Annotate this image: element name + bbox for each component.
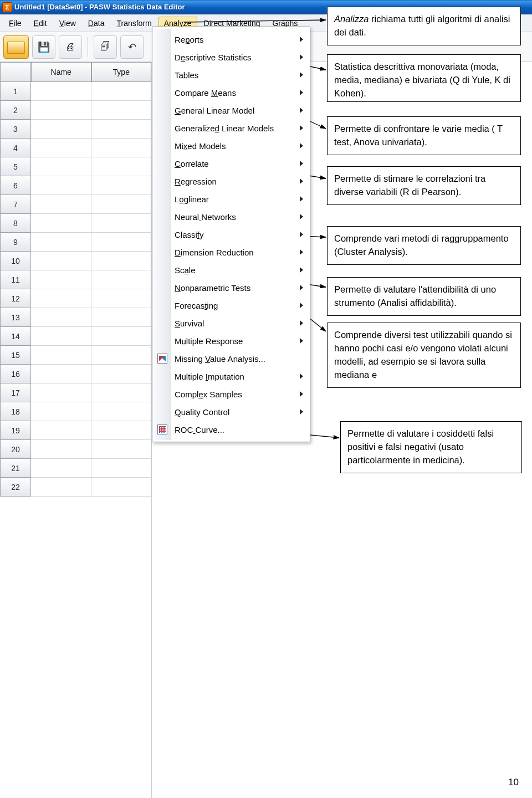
row-number[interactable]: 11 bbox=[0, 270, 31, 289]
data-cell[interactable] bbox=[31, 327, 91, 346]
menu-item-neural-networks[interactable]: Neural Networks bbox=[154, 208, 309, 226]
print-button[interactable]: 🖨 bbox=[59, 35, 82, 59]
row-number[interactable]: 22 bbox=[0, 478, 31, 497]
menu-item-reports[interactable]: Reports bbox=[154, 30, 309, 48]
menu-item-scale[interactable]: Scale bbox=[154, 261, 309, 279]
data-cell[interactable] bbox=[91, 252, 152, 270]
save-button[interactable]: 💾 bbox=[32, 35, 55, 59]
row-number[interactable]: 7 bbox=[0, 195, 31, 214]
row-number[interactable]: 5 bbox=[0, 157, 31, 176]
data-cell[interactable] bbox=[91, 402, 152, 421]
data-cell[interactable] bbox=[31, 233, 91, 252]
data-cell[interactable] bbox=[91, 308, 152, 327]
data-cell[interactable] bbox=[31, 346, 91, 365]
menu-item-forecasting[interactable]: Forecasting bbox=[154, 296, 309, 314]
menu-item-complex-samples[interactable]: Complex Samples bbox=[154, 385, 309, 403]
data-cell[interactable] bbox=[31, 289, 91, 308]
data-cell[interactable] bbox=[31, 157, 91, 176]
data-cell[interactable] bbox=[91, 365, 152, 383]
data-cell[interactable] bbox=[91, 176, 152, 195]
data-cell[interactable] bbox=[91, 214, 152, 233]
menu-file[interactable]: File bbox=[3, 17, 27, 30]
menu-item-multiple-imputation[interactable]: Multiple Imputation bbox=[154, 367, 309, 385]
menu-item-loglinear[interactable]: Loglinear bbox=[154, 190, 309, 208]
data-cell[interactable] bbox=[31, 176, 91, 195]
data-cell[interactable] bbox=[31, 252, 91, 270]
undo-button[interactable]: ↶ bbox=[120, 35, 144, 59]
data-cell[interactable] bbox=[91, 346, 152, 365]
data-cell[interactable] bbox=[31, 478, 91, 497]
row-number[interactable]: 20 bbox=[0, 440, 31, 459]
data-cell[interactable] bbox=[91, 421, 152, 440]
row-number[interactable]: 18 bbox=[0, 402, 31, 421]
data-cell[interactable] bbox=[91, 82, 152, 101]
menu-item-regression[interactable]: Regression bbox=[154, 172, 309, 190]
row-number[interactable]: 12 bbox=[0, 289, 31, 308]
row-number[interactable]: 6 bbox=[0, 176, 31, 195]
column-header-type[interactable]: Type bbox=[91, 62, 152, 82]
data-cell[interactable] bbox=[31, 440, 91, 459]
row-number[interactable]: 16 bbox=[0, 365, 31, 383]
menu-item-quality-control[interactable]: Quality Control bbox=[154, 403, 309, 421]
menu-item-general-linear-model[interactable]: General Linear Model bbox=[154, 101, 309, 119]
data-cell[interactable] bbox=[31, 421, 91, 440]
data-cell[interactable] bbox=[31, 383, 91, 402]
row-header-blank[interactable] bbox=[0, 62, 31, 82]
menu-view[interactable]: View bbox=[54, 17, 81, 30]
column-header-name[interactable]: Name bbox=[31, 62, 91, 82]
data-cell[interactable] bbox=[91, 270, 152, 289]
data-cell[interactable] bbox=[91, 157, 152, 176]
row-number[interactable]: 1 bbox=[0, 82, 31, 101]
data-cell[interactable] bbox=[31, 308, 91, 327]
open-file-button[interactable] bbox=[3, 35, 29, 59]
data-cell[interactable] bbox=[91, 195, 152, 214]
row-number[interactable]: 3 bbox=[0, 120, 31, 139]
data-cell[interactable] bbox=[31, 82, 91, 101]
data-cell[interactable] bbox=[31, 214, 91, 233]
menu-item-roc-curve[interactable]: ROC Curve... bbox=[154, 421, 309, 438]
data-cell[interactable] bbox=[91, 459, 152, 478]
data-cell[interactable] bbox=[91, 233, 152, 252]
menu-item-dimension-reduction[interactable]: Dimension Reduction bbox=[154, 243, 309, 261]
data-cell[interactable] bbox=[31, 101, 91, 120]
menu-item-compare-means[interactable]: Compare Means bbox=[154, 84, 309, 101]
menu-transform[interactable]: Transform bbox=[111, 17, 157, 30]
menu-item-multiple-response[interactable]: Multiple Response bbox=[154, 332, 309, 350]
menu-item-tables[interactable]: Tables bbox=[154, 66, 309, 84]
data-cell[interactable] bbox=[91, 120, 152, 139]
row-number[interactable]: 15 bbox=[0, 346, 31, 365]
menu-item-survival[interactable]: Survival bbox=[154, 314, 309, 332]
data-cell[interactable] bbox=[31, 365, 91, 383]
menu-item-mixed-models[interactable]: Mixed Models bbox=[154, 137, 309, 155]
menu-item-classify[interactable]: Classify bbox=[154, 226, 309, 243]
menu-item-correlate[interactable]: Correlate bbox=[154, 155, 309, 172]
data-cell[interactable] bbox=[91, 327, 152, 346]
row-number[interactable]: 14 bbox=[0, 327, 31, 346]
data-cell[interactable] bbox=[31, 195, 91, 214]
menu-item-descriptive-statistics[interactable]: Descriptive Statistics bbox=[154, 48, 309, 66]
row-number[interactable]: 19 bbox=[0, 421, 31, 440]
row-number[interactable]: 10 bbox=[0, 252, 31, 270]
menu-item-nonparametric-tests[interactable]: Nonparametric Tests bbox=[154, 279, 309, 296]
row-number[interactable]: 17 bbox=[0, 383, 31, 402]
data-cell[interactable] bbox=[31, 459, 91, 478]
row-number[interactable]: 8 bbox=[0, 214, 31, 233]
menu-item-missing-value-analysis[interactable]: Missing Value Analysis... bbox=[154, 350, 309, 367]
data-cell[interactable] bbox=[31, 402, 91, 421]
recall-dialog-button[interactable]: 🗐 bbox=[94, 35, 117, 59]
data-cell[interactable] bbox=[91, 440, 152, 459]
data-cell[interactable] bbox=[31, 139, 91, 157]
row-number[interactable]: 2 bbox=[0, 101, 31, 120]
menu-edit[interactable]: Edit bbox=[28, 17, 53, 30]
data-cell[interactable] bbox=[31, 270, 91, 289]
data-cell[interactable] bbox=[91, 289, 152, 308]
row-number[interactable]: 13 bbox=[0, 308, 31, 327]
row-number[interactable]: 21 bbox=[0, 459, 31, 478]
data-cell[interactable] bbox=[91, 139, 152, 157]
data-cell[interactable] bbox=[91, 383, 152, 402]
data-cell[interactable] bbox=[91, 478, 152, 497]
data-cell[interactable] bbox=[91, 101, 152, 120]
menu-item-generalized-linear-models[interactable]: Generalized Linear Models bbox=[154, 119, 309, 137]
menu-data[interactable]: Data bbox=[83, 17, 110, 30]
row-number[interactable]: 4 bbox=[0, 139, 31, 157]
